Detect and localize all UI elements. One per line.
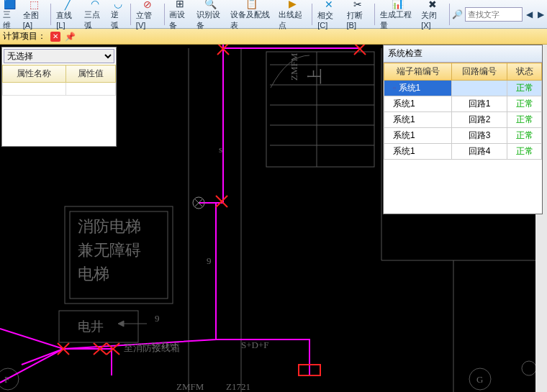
btn-3d[interactable]: 🟦三维 bbox=[0, 1, 20, 28]
table-row[interactable]: 系统1回路1正常 bbox=[384, 96, 542, 112]
system-check-panel: 系统检查 端子箱编号 回路编号 状态 ▫ 系统1 正常 系统1回路1正常 系统1… bbox=[383, 45, 543, 214]
col-box[interactable]: 端子箱编号 bbox=[384, 63, 452, 81]
svg-text:上: 上 bbox=[306, 68, 324, 84]
btn-drawdev[interactable]: ⊞画设备 bbox=[166, 1, 193, 28]
svg-text:S+D+F: S+D+F bbox=[151, 339, 179, 350]
nav-prev-icon[interactable]: ◀ bbox=[524, 8, 535, 21]
property-table: 属性名称 属性值 bbox=[2, 65, 116, 96]
svg-text:消防电梯: 消防电梯 bbox=[78, 217, 141, 235]
btn-arc3[interactable]: ◠三点弧 bbox=[81, 1, 108, 28]
btn-genqty[interactable]: 📊生成工程量 bbox=[377, 1, 418, 28]
btn-riser[interactable]: ⊘立管[V] bbox=[133, 1, 162, 28]
svg-text:电梯: 电梯 bbox=[78, 265, 109, 283]
col-loop[interactable]: 回路编号 bbox=[452, 63, 507, 81]
svg-text:9: 9 bbox=[155, 313, 160, 324]
btn-close[interactable]: ✖关闭[X] bbox=[418, 1, 447, 28]
btn-line[interactable]: ╱直线[L] bbox=[53, 1, 81, 28]
find-icon[interactable]: 🔎 bbox=[452, 8, 464, 21]
property-panel: 无选择 属性名称 属性值 bbox=[1, 47, 117, 147]
svg-text:兼无障碍: 兼无障碍 bbox=[78, 241, 141, 259]
calc-close-icon[interactable]: ✕ bbox=[50, 32, 60, 42]
table-row[interactable] bbox=[3, 83, 116, 96]
btn-arcrev[interactable]: ◡逆弧 bbox=[108, 1, 128, 28]
col-prop-name[interactable]: 属性名称 bbox=[3, 65, 66, 83]
btn-fullview[interactable]: ⬚全图[A] bbox=[20, 1, 49, 28]
btn-outstart[interactable]: ▶出线起点 bbox=[276, 1, 309, 28]
btn-break[interactable]: ✂打断[B] bbox=[344, 1, 373, 28]
btn-devwire[interactable]: 📋设备及配线表 bbox=[227, 1, 276, 28]
btn-recdev[interactable]: 🔍识别设备 bbox=[194, 1, 227, 28]
table-row[interactable]: 系统1回路3正常 bbox=[384, 128, 542, 144]
btn-intersect[interactable]: ✕相交[C] bbox=[315, 1, 343, 28]
system-check-table: 端子箱编号 回路编号 状态 ▫ 系统1 正常 系统1回路1正常 系统1回路2正常… bbox=[384, 63, 542, 160]
svg-text:F: F bbox=[4, 374, 9, 385]
calc-bar: 计算项目： ✕ 📌 bbox=[0, 29, 547, 45]
table-row[interactable]: 系统1回路2正常 bbox=[384, 112, 542, 128]
main-toolbar: 🟦三维 ⬚全图[A] ╱直线[L] ◠三点弧 ◡逆弧 ⊘立管[V] ⊞画设备 🔍… bbox=[0, 0, 547, 29]
col-status[interactable]: 状态 bbox=[507, 63, 542, 81]
selection-dropdown[interactable]: 无选择 bbox=[4, 49, 114, 63]
svg-text:ZMFM: ZMFM bbox=[176, 381, 204, 392]
table-row[interactable]: 系统1回路4正常 bbox=[384, 144, 542, 160]
svg-text:ZMFM: ZMFM bbox=[289, 53, 299, 81]
nav-next-icon[interactable]: ▶ bbox=[535, 8, 547, 21]
system-check-title: 系统检查 bbox=[384, 45, 542, 63]
calc-label: 计算项目： bbox=[3, 30, 46, 42]
svg-text:s: s bbox=[219, 144, 222, 155]
svg-text:9: 9 bbox=[207, 255, 212, 266]
search-input[interactable] bbox=[465, 7, 523, 22]
pin-icon[interactable]: 📌 bbox=[65, 32, 76, 42]
table-row[interactable]: ▫ 系统1 正常 bbox=[384, 81, 542, 96]
col-prop-value[interactable]: 属性值 bbox=[65, 65, 115, 83]
svg-text:电井: 电井 bbox=[78, 319, 104, 334]
svg-text:Z1721: Z1721 bbox=[226, 381, 250, 392]
svg-text:S+D+F: S+D+F bbox=[241, 339, 269, 350]
svg-text:G: G bbox=[476, 374, 483, 385]
svg-point-11 bbox=[522, 361, 536, 375]
property-blank bbox=[2, 96, 116, 146]
